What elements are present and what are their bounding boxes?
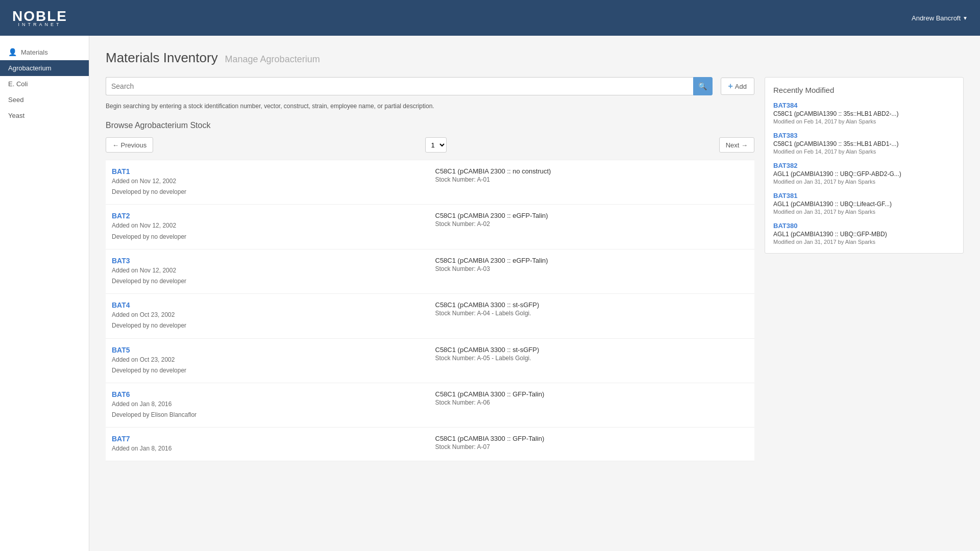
rm-list: BAT384 C58C1 (pCAMBIA1390 :: 35s::HLB1 A…	[773, 102, 955, 245]
rm-item: BAT382 AGL1 (pCAMBIA1390 :: UBQ::GFP-ABD…	[773, 162, 955, 185]
logo-sub: INTRANET	[12, 22, 67, 27]
rm-date: Modified on Feb 14, 2017 by Alan Sparks	[773, 118, 955, 124]
page-select[interactable]: 1	[425, 137, 447, 153]
rm-link[interactable]: BAT383	[773, 132, 955, 139]
search-hint: Begin searching by entering a stock iden…	[106, 102, 754, 111]
rm-desc: AGL1 (pCAMBIA1390 :: UBQ::GFP-ABD2-G...)	[773, 170, 955, 178]
stock-number: Stock Number: A-01	[435, 176, 749, 183]
stock-number: Stock Number: A-03	[435, 265, 749, 272]
sidebar: 👤 Materials Agrobacterium E. Coli Seed Y…	[0, 36, 89, 551]
page-title: Materials Inventory	[106, 50, 218, 65]
stock-added: Added on Jan 8, 2016	[112, 444, 425, 454]
stock-developer: Developed by no developer	[112, 232, 425, 242]
sidebar-item-agrobacterium[interactable]: Agrobacterium	[0, 60, 89, 76]
person-icon: 👤	[8, 48, 17, 56]
rm-desc: AGL1 (pCAMBIA1390 :: UBQ::GFP-MBD)	[773, 231, 955, 238]
stock-developer: Developed by Elison Blancaflor	[112, 410, 425, 420]
rm-link[interactable]: BAT382	[773, 162, 955, 169]
rm-link[interactable]: BAT380	[773, 222, 955, 230]
user-menu[interactable]: Andrew Bancroft ▼	[912, 14, 968, 22]
rm-date: Modified on Jan 31, 2017 by Alan Sparks	[773, 179, 955, 185]
stock-added: Added on Oct 23, 2002	[112, 310, 425, 320]
header: NOBLE INTRANET Andrew Bancroft ▼	[0, 0, 980, 36]
pagination: ← Previous 1 Next →	[106, 137, 754, 153]
stock-desc: C58C1 (pCAMBIA 2300 :: no construct)	[435, 167, 749, 175]
stock-desc: C58C1 (pCAMBIA 3300 :: st-sGFP)	[435, 346, 749, 354]
search-input[interactable]	[106, 77, 693, 95]
sidebar-item-seed[interactable]: Seed	[0, 92, 89, 108]
rm-item: BAT380 AGL1 (pCAMBIA1390 :: UBQ::GFP-MBD…	[773, 222, 955, 245]
stock-link[interactable]: BAT2	[112, 212, 130, 220]
rm-link[interactable]: BAT381	[773, 192, 955, 199]
rm-link[interactable]: BAT384	[773, 102, 955, 109]
stock-desc: C58C1 (pCAMBIA 2300 :: eGFP-Talin)	[435, 212, 749, 219]
stock-item: BAT5 Added on Oct 23, 2002 Developed by …	[106, 339, 754, 383]
stock-desc: C58C1 (pCAMBIA 3300 :: GFP-Talin)	[435, 435, 749, 442]
rm-item: BAT381 AGL1 (pCAMBIA1390 :: UBQ::Lifeact…	[773, 192, 955, 215]
left-panel: 🔍 + Add Begin searching by entering a st…	[106, 77, 754, 461]
stock-number: Stock Number: A-06	[435, 399, 749, 406]
search-row: 🔍 + Add	[106, 77, 754, 95]
sidebar-item-ecoli[interactable]: E. Coli	[0, 76, 89, 92]
recently-modified-panel: Recently Modified BAT384 C58C1 (pCAMBIA1…	[765, 77, 964, 254]
stock-desc: C58C1 (pCAMBIA 3300 :: GFP-Talin)	[435, 390, 749, 398]
sidebar-section-header: 👤 Materials	[0, 44, 89, 60]
add-label: Add	[735, 83, 747, 90]
page-header: Materials Inventory Manage Agrobacterium	[106, 50, 964, 66]
caret-icon: ▼	[963, 15, 968, 21]
plus-icon: +	[728, 82, 733, 91]
stock-number: Stock Number: A-07	[435, 443, 749, 450]
main-content: Materials Inventory Manage Agrobacterium…	[89, 36, 980, 551]
right-panel: Recently Modified BAT384 C58C1 (pCAMBIA1…	[765, 77, 964, 461]
rm-desc: C58C1 (pCAMBIA1390 :: 35s::HLB1 ABD2-...…	[773, 110, 955, 117]
stock-added: Added on Oct 23, 2002	[112, 355, 425, 365]
stock-desc: C58C1 (pCAMBIA 2300 :: eGFP-Talin)	[435, 257, 749, 264]
prev-button[interactable]: ← Previous	[106, 137, 153, 153]
sidebar-section-label: Materials	[21, 48, 48, 56]
stock-number: Stock Number: A-04 - Labels Golgi.	[435, 310, 749, 317]
stock-link[interactable]: BAT1	[112, 167, 130, 176]
stock-developer: Developed by no developer	[112, 321, 425, 331]
stock-developer: Developed by no developer	[112, 366, 425, 375]
stock-link[interactable]: BAT5	[112, 346, 130, 354]
stock-item: BAT7 Added on Jan 8, 2016 C58C1 (pCAMBIA…	[106, 428, 754, 461]
rm-date: Modified on Jan 31, 2017 by Alan Sparks	[773, 239, 955, 245]
stock-number: Stock Number: A-02	[435, 220, 749, 228]
sidebar-item-yeast[interactable]: Yeast	[0, 108, 89, 123]
browse-header: Browse Agrobacterium Stock	[106, 121, 754, 130]
content-area: 🔍 + Add Begin searching by entering a st…	[106, 77, 964, 461]
stock-list: BAT1 Added on Nov 12, 2002 Developed by …	[106, 160, 754, 461]
page-subtitle: Manage Agrobacterium	[225, 54, 320, 64]
logo: NOBLE INTRANET	[12, 9, 67, 27]
stock-added: Added on Nov 12, 2002	[112, 221, 425, 231]
rm-header: Recently Modified	[773, 86, 955, 94]
user-name: Andrew Bancroft	[912, 14, 961, 22]
stock-link[interactable]: BAT7	[112, 435, 130, 443]
stock-item: BAT1 Added on Nov 12, 2002 Developed by …	[106, 160, 754, 205]
stock-added: Added on Nov 12, 2002	[112, 177, 425, 186]
stock-link[interactable]: BAT3	[112, 257, 130, 265]
stock-item: BAT4 Added on Oct 23, 2002 Developed by …	[106, 294, 754, 338]
rm-date: Modified on Jan 31, 2017 by Alan Sparks	[773, 209, 955, 215]
rm-desc: C58C1 (pCAMBIA1390 :: 35s::HLB1 ABD1-...…	[773, 140, 955, 147]
stock-item: BAT2 Added on Nov 12, 2002 Developed by …	[106, 205, 754, 249]
rm-desc: AGL1 (pCAMBIA1390 :: UBQ::Lifeact-GF...)	[773, 201, 955, 208]
stock-desc: C58C1 (pCAMBIA 3300 :: st-sGFP)	[435, 301, 749, 309]
logo-main: NOBLE	[12, 8, 67, 24]
stock-link[interactable]: BAT4	[112, 301, 130, 309]
rm-date: Modified on Feb 14, 2017 by Alan Sparks	[773, 148, 955, 155]
stock-link[interactable]: BAT6	[112, 390, 130, 398]
stock-developer: Developed by no developer	[112, 187, 425, 197]
stock-added: Added on Jan 8, 2016	[112, 399, 425, 409]
stock-item: BAT3 Added on Nov 12, 2002 Developed by …	[106, 249, 754, 294]
search-button[interactable]: 🔍	[693, 77, 713, 95]
rm-item: BAT383 C58C1 (pCAMBIA1390 :: 35s::HLB1 A…	[773, 132, 955, 155]
stock-number: Stock Number: A-05 - Labels Golgi.	[435, 355, 749, 362]
next-button[interactable]: Next →	[719, 137, 754, 153]
layout: 👤 Materials Agrobacterium E. Coli Seed Y…	[0, 36, 980, 551]
stock-item: BAT6 Added on Jan 8, 2016 Developed by E…	[106, 383, 754, 428]
add-button[interactable]: + Add	[721, 78, 754, 95]
stock-developer: Developed by no developer	[112, 277, 425, 286]
rm-item: BAT384 C58C1 (pCAMBIA1390 :: 35s::HLB1 A…	[773, 102, 955, 124]
stock-added: Added on Nov 12, 2002	[112, 266, 425, 276]
